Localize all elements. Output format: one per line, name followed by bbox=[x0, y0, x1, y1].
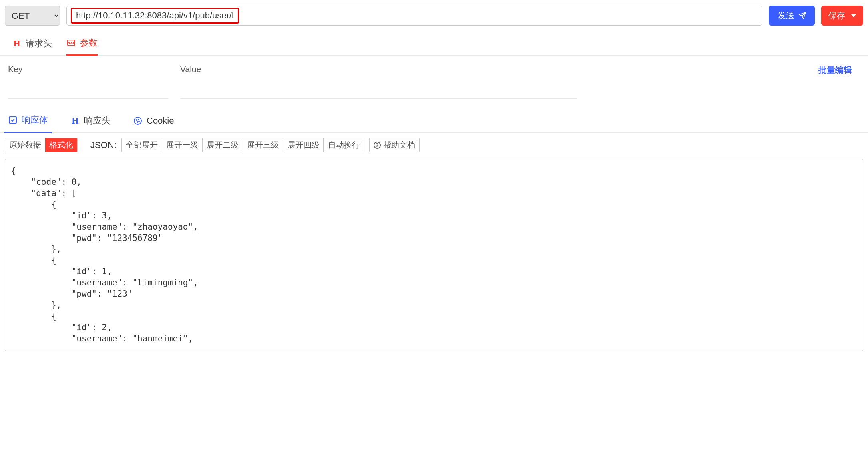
svg-point-4 bbox=[138, 119, 139, 120]
svg-rect-1 bbox=[9, 117, 16, 123]
help-icon: ? bbox=[374, 142, 381, 149]
params-value-header: Value bbox=[180, 64, 818, 76]
save-label: 保存 bbox=[828, 10, 845, 21]
expand-all-button[interactable]: 全部展开 bbox=[122, 138, 162, 152]
expand-level2-button[interactable]: 展开二级 bbox=[203, 138, 243, 152]
svg-point-2 bbox=[134, 117, 141, 124]
request-bar: GET 发送 保存 bbox=[0, 0, 868, 31]
response-body-icon bbox=[8, 115, 18, 125]
expand-level3-button[interactable]: 展开三级 bbox=[243, 138, 283, 152]
tab-request-headers-label: 请求头 bbox=[26, 38, 52, 50]
params-input-row bbox=[0, 84, 868, 104]
auto-wrap-button[interactable]: 自动换行 bbox=[324, 138, 364, 152]
send-icon bbox=[798, 12, 806, 20]
url-input[interactable] bbox=[76, 10, 234, 21]
svg-point-6 bbox=[139, 121, 139, 122]
response-toolbar: 原始数据 格式化 JSON: 全部展开 展开一级 展开二级 展开三级 展开四级 … bbox=[0, 133, 868, 156]
params-key-header: Key bbox=[8, 64, 180, 76]
tab-response-cookie[interactable]: Cookie bbox=[129, 114, 178, 133]
batch-edit-link[interactable]: 批量编辑 bbox=[818, 64, 852, 76]
tab-request-params-label: 参数 bbox=[80, 37, 98, 49]
expand-group: 全部展开 展开一级 展开二级 展开三级 展开四级 自动换行 bbox=[121, 138, 364, 152]
headers-icon: H bbox=[12, 39, 22, 48]
chevron-down-icon bbox=[851, 14, 856, 17]
svg-point-3 bbox=[136, 120, 137, 120]
save-button[interactable]: 保存 bbox=[821, 6, 863, 26]
send-button[interactable]: 发送 bbox=[769, 6, 815, 26]
params-header-row: Key Value 批量编辑 bbox=[0, 56, 868, 84]
help-label: 帮助文档 bbox=[383, 140, 415, 150]
expand-level4-button[interactable]: 展开四级 bbox=[283, 138, 324, 152]
response-body-text[interactable]: { "code": 0, "data": [ { "id": 3, "usern… bbox=[5, 159, 863, 351]
raw-toggle[interactable]: 原始数据 bbox=[5, 138, 45, 152]
svg-point-5 bbox=[137, 122, 138, 122]
response-tabs: 响应体 H 响应头 Cookie bbox=[0, 104, 868, 133]
help-button[interactable]: ? 帮助文档 bbox=[369, 138, 420, 152]
tab-request-headers[interactable]: H 请求头 bbox=[12, 37, 52, 56]
response-headers-icon: H bbox=[70, 116, 80, 126]
cookie-icon bbox=[133, 116, 143, 126]
tab-response-cookie-label: Cookie bbox=[147, 116, 174, 126]
tab-response-headers-label: 响应头 bbox=[84, 115, 111, 127]
url-field-wrap[interactable] bbox=[66, 6, 762, 26]
params-key-input[interactable] bbox=[8, 87, 168, 99]
tab-request-params[interactable]: 参数 bbox=[66, 37, 98, 56]
tab-response-body[interactable]: 响应体 bbox=[4, 114, 52, 133]
json-label: JSON: bbox=[90, 140, 117, 150]
tab-response-body-label: 响应体 bbox=[22, 114, 48, 126]
send-label: 发送 bbox=[778, 10, 794, 21]
view-toggle: 原始数据 格式化 bbox=[5, 138, 78, 152]
url-highlight-box bbox=[71, 8, 239, 24]
format-toggle[interactable]: 格式化 bbox=[45, 138, 77, 152]
params-icon bbox=[66, 38, 76, 48]
params-value-input[interactable] bbox=[180, 87, 577, 99]
expand-level1-button[interactable]: 展开一级 bbox=[162, 138, 203, 152]
tab-response-headers[interactable]: H 响应头 bbox=[66, 114, 115, 133]
method-select[interactable]: GET bbox=[5, 6, 60, 26]
request-tabs: H 请求头 参数 bbox=[0, 31, 868, 56]
